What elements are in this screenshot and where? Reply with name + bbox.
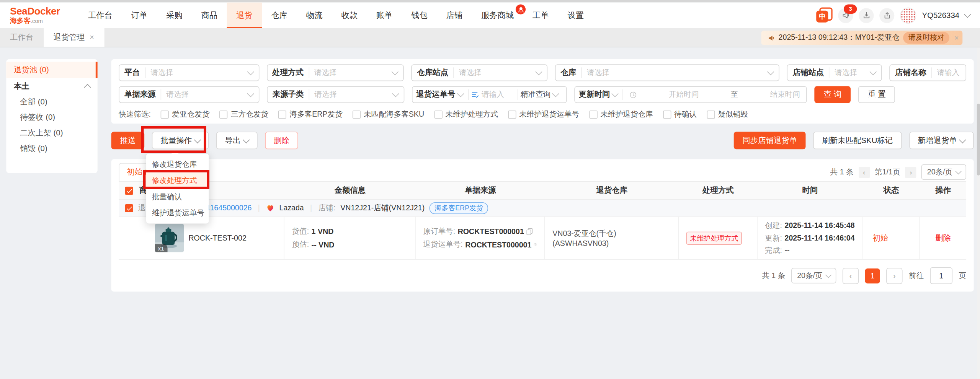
filter-doc-source[interactable]: 单据来源 请选择 [119, 86, 259, 103]
page-tab-workbench[interactable]: 工作台 [0, 28, 43, 47]
total-count: 共 1 条 [830, 167, 854, 177]
nav-item-orders[interactable]: 订单 [122, 3, 157, 28]
checkbox[interactable] [434, 111, 442, 119]
filter-warehouse-site[interactable]: 仓库站点 请选择 [412, 64, 547, 81]
current-page-button[interactable]: 1 [865, 268, 880, 283]
refresh-sku-mark-button[interactable]: 刷新未匹配SKU标记 [813, 132, 902, 149]
handle-method-cell: 未维护处理方式 [679, 217, 758, 259]
annotation-box-batch-operation [141, 126, 206, 153]
sidebar-item-all[interactable]: 全部 (0) [6, 94, 97, 110]
filter-shop-name[interactable]: 店铺名称 请输入 [890, 64, 967, 81]
checkbox[interactable] [663, 111, 671, 119]
username[interactable]: YQ526334 [922, 11, 960, 20]
filter-platform[interactable]: 平台 请选择 [119, 64, 259, 81]
filter-shop-site[interactable]: 店铺站点 请选择 [787, 64, 882, 81]
filter-warehouse[interactable]: 仓库 请选择 [555, 64, 780, 81]
next-page-icon[interactable]: › [886, 268, 902, 284]
nav-item-bills[interactable]: 账单 [367, 3, 402, 28]
nav-item-collection[interactable]: 收款 [332, 3, 367, 28]
nav-item-warehouse[interactable]: 仓库 [262, 3, 297, 28]
nav-item-returns[interactable]: 退货 [227, 3, 262, 28]
tab-close-icon[interactable]: × [90, 28, 94, 47]
sidebar-item-pending-receipt[interactable]: 待签收 (0) [6, 110, 97, 125]
scrollbar-thumb[interactable] [977, 104, 980, 176]
checkbox[interactable] [353, 111, 361, 119]
precise-query-select[interactable]: 精准查询 [518, 89, 566, 100]
nav-item-purchase[interactable]: 采购 [157, 3, 192, 28]
product-sku[interactable]: ROCK-TEST-002 [188, 234, 246, 242]
scrollbar-track[interactable] [977, 47, 980, 379]
quick-filter-no-warehouse[interactable]: 未维护退货仓库 [589, 109, 653, 120]
prev-page-icon[interactable]: ‹ [843, 268, 859, 284]
nav-item-workbench[interactable]: 工作台 [79, 3, 122, 28]
status-cell: 初始 [862, 217, 920, 259]
checkbox[interactable] [278, 111, 286, 119]
select-all-checkbox[interactable] [125, 186, 133, 194]
row-checkbox[interactable] [125, 204, 133, 212]
sidebar-item-destroy[interactable]: 销毁 (0) [6, 141, 97, 157]
page-size-select[interactable]: 20条/页 [791, 268, 836, 283]
nav-item-tickets[interactable]: 工单 [523, 3, 558, 28]
quick-filter-pending-confirm[interactable]: 待确认 [663, 109, 697, 120]
push-button[interactable]: 推送 [111, 132, 145, 149]
next-page-icon[interactable]: › [905, 166, 916, 177]
filter-return-waybill[interactable]: 退货运单号 请输入 精准查询 [412, 86, 567, 103]
quick-filter-erp-ship[interactable]: 海多客ERP发货 [278, 109, 343, 120]
copy-icon[interactable] [534, 241, 537, 248]
add-return-order-button[interactable]: 新增退货单 [909, 132, 974, 149]
checkbox[interactable] [707, 111, 715, 119]
filter-update-time[interactable]: 更新时间 开始时间 至 结束时间 [574, 86, 807, 103]
search-button[interactable]: 查 询 [814, 86, 851, 103]
checkbox[interactable] [508, 111, 516, 119]
sidebar-item-relist[interactable]: 二次上架 (0) [6, 125, 97, 141]
quick-filter-aiyacang[interactable]: 爱亚仓发货 [161, 109, 209, 120]
nav-item-products[interactable]: 商品 [192, 3, 227, 28]
download-icon[interactable] [859, 8, 874, 23]
nav-item-service-mall[interactable]: 服务商城 [472, 3, 523, 28]
table-header-row: 商品 金额信息 单据来源 退货仓库 处理方式 时间 状态 操作 [119, 182, 966, 200]
quick-filter-suspected-destroy[interactable]: 疑似销毁 [707, 109, 748, 120]
sidebar-item-return-pool[interactable]: 退货池 (0) [6, 62, 97, 78]
waybill-input[interactable]: 请输入 [468, 89, 518, 100]
language-switch-icon[interactable]: 中 [818, 9, 830, 22]
user-menu-caret-icon[interactable] [964, 10, 971, 17]
reset-button[interactable]: 重 置 [858, 86, 895, 103]
goto-page-input[interactable] [930, 267, 952, 284]
collapse-chevron-icon[interactable] [84, 84, 91, 91]
quick-filter-no-handle-method[interactable]: 未维护处理方式 [434, 109, 498, 120]
notice-close-icon[interactable]: × [954, 33, 959, 42]
nav-item-logistics[interactable]: 物流 [297, 3, 332, 28]
product-image[interactable]: x1 [155, 223, 183, 252]
date-range-input[interactable]: 开始时间 至 结束时间 [622, 89, 806, 100]
brand-logo[interactable]: SeaDocker 海多客.com [0, 6, 70, 24]
menu-item-batch-confirm[interactable]: 批量确认 [146, 189, 209, 205]
menu-item-maintain-waybill[interactable]: 维护退货运单号 [146, 205, 209, 221]
quick-filter-no-waybill[interactable]: 未维护退货运单号 [508, 109, 579, 120]
sync-shop-returns-button[interactable]: 同步店铺退货单 [733, 132, 806, 149]
app-screen: SeaDocker 海多客.com 工作台 订单 采购 商品 退货 仓库 物流 … [0, 0, 980, 379]
nav-item-wallet[interactable]: 钱包 [402, 3, 437, 28]
quick-filter-3pl[interactable]: 三方仓发货 [220, 109, 268, 120]
checkbox[interactable] [161, 111, 169, 119]
export-button[interactable]: 导出 [216, 132, 258, 149]
announcement-icon[interactable]: 3 [838, 8, 853, 23]
prev-page-icon[interactable]: ‹ [859, 166, 870, 177]
share-icon[interactable] [880, 8, 895, 23]
sidebar-group-local[interactable]: 本土 [6, 78, 97, 94]
user-avatar[interactable] [900, 7, 916, 23]
chevron-down-icon [956, 168, 962, 174]
page-size-select[interactable]: 20条/页 [921, 164, 966, 180]
filter-handle-method[interactable]: 处理方式 请选择 [267, 64, 404, 81]
checkbox[interactable] [589, 111, 597, 119]
quick-filter-unmatched-sku[interactable]: 未匹配海多客SKU [353, 109, 424, 120]
filter-source-subtype[interactable]: 来源子类 请选择 [267, 86, 404, 103]
page-tab-return-management[interactable]: 退货管理 × [43, 28, 104, 47]
nav-item-shops[interactable]: 店铺 [437, 3, 472, 28]
delete-button[interactable]: 删除 [265, 132, 298, 149]
copy-icon[interactable] [526, 228, 533, 235]
order-group-row: 退货单号: CR2511141645000026 | Lazada | 店铺: … [119, 200, 966, 216]
no-handle-method-tag: 未维护处理方式 [686, 231, 742, 244]
checkbox[interactable] [220, 111, 228, 119]
nav-item-settings[interactable]: 设置 [558, 3, 593, 28]
delete-row-link[interactable]: 删除 [935, 233, 951, 243]
